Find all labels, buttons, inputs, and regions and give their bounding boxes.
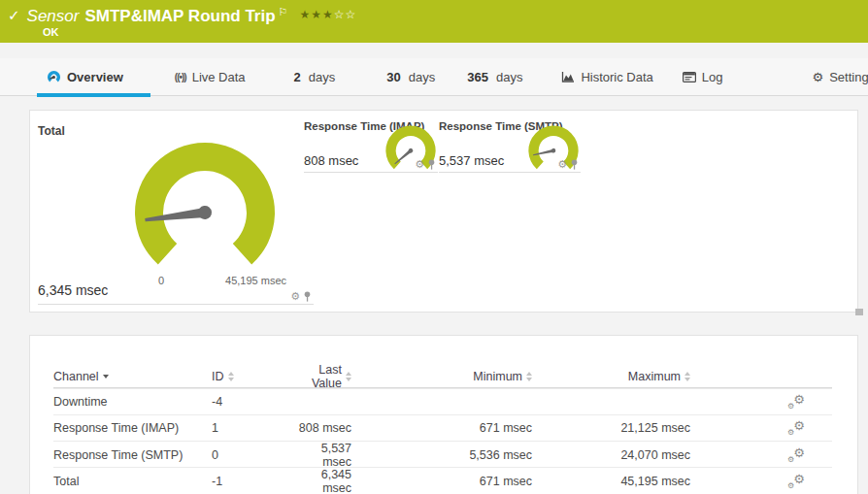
channel-id: 0 <box>212 448 289 462</box>
tab-overview-label: Overview <box>67 70 123 84</box>
smtp-gauge-card: Response Time (SMTP) 5,537 msec ⚙ <box>439 116 581 173</box>
channel-name: Downtime <box>53 395 212 409</box>
channel-maximum: 21,125 msec <box>532 421 690 435</box>
gear-icon: ⚙ <box>793 446 805 460</box>
channel-minimum: 671 msec <box>351 475 532 488</box>
gear-small-icon: ⚙ <box>787 482 794 490</box>
column-header-minimum[interactable]: Minimum <box>351 370 532 383</box>
channel-settings-icon[interactable]: ⚙⚙ <box>787 394 805 410</box>
stars-empty: ☆☆ <box>334 8 357 21</box>
gear-icon: ⚙ <box>793 473 805 486</box>
status-badge: OK <box>43 26 59 38</box>
sort-desc-icon <box>103 375 109 379</box>
tab-365-days[interactable]: 365 days <box>467 58 522 96</box>
channel-last-value: 808 msec <box>289 421 351 435</box>
column-header-last-value[interactable]: Last Value <box>289 363 351 390</box>
tab-2-days-label: days <box>309 70 335 84</box>
table-row: Total -1 6,345 msec 671 msec 45,195 msec… <box>53 467 832 493</box>
channel-settings-icon[interactable]: ⚙⚙ <box>787 447 805 463</box>
column-header-last-value-label: Last Value <box>289 363 342 390</box>
tab-live-data[interactable]: ((•)) Live Data <box>175 58 246 96</box>
tab-bar: Overview ((•)) Live Data 2 days 30 days … <box>0 58 868 96</box>
channel-last-value: 5,537 msec <box>289 442 351 469</box>
gauge-settings-gear-icon[interactable]: ⚙ <box>557 159 567 170</box>
imap-gauge-card: Response Time (IMAP) 808 msec ⚙ <box>304 116 438 173</box>
total-gauge-card: Total 0 45,195 msec 6,345 msec ⚙ <box>38 116 314 305</box>
column-header-id-label: ID <box>212 370 224 383</box>
sort-icon <box>684 372 690 381</box>
gear-icon: ⚙ <box>813 71 824 83</box>
tab-2-days-number: 2 <box>294 70 301 84</box>
gauges-panel: Total 0 45,195 msec 6,345 msec ⚙ Respons… <box>29 110 858 313</box>
table-row: Response Time (SMTP) 0 5,537 msec 5,536 … <box>53 441 832 467</box>
tab-30-days[interactable]: 30 days <box>386 58 435 96</box>
pin-icon[interactable] <box>303 291 312 302</box>
channel-id: -4 <box>212 395 289 409</box>
gear-icon: ⚙ <box>793 419 805 433</box>
channel-name: Total <box>53 475 212 488</box>
channel-maximum: 45,195 msec <box>532 475 690 488</box>
channel-name: Response Time (SMTP) <box>53 448 212 462</box>
gauge-settings-gear-icon[interactable]: ⚙ <box>415 159 424 170</box>
panel-splitter-grip[interactable] <box>855 309 863 315</box>
channel-last-value: 6,345 msec <box>289 468 351 494</box>
log-icon <box>683 72 696 82</box>
total-gauge-value: 6,345 msec <box>38 282 108 298</box>
gear-small-icon: ⚙ <box>787 403 794 411</box>
tab-365-days-label: days <box>496 70 522 84</box>
gear-icon: ⚙ <box>793 393 805 407</box>
column-header-channel[interactable]: Channel <box>53 370 212 383</box>
sensor-title: SMTP&IMAP Round Trip <box>84 6 275 27</box>
tab-settings[interactable]: ⚙ Settings <box>813 58 868 96</box>
gauge-settings-gear-icon[interactable]: ⚙ <box>290 291 300 302</box>
tab-overview[interactable]: Overview <box>47 58 123 96</box>
sensor-header: ✓ Sensor SMTP&IMAP Round Trip ⚐ ★★★☆☆ OK <box>0 0 868 43</box>
gauge-scale-max: 45,195 msec <box>225 275 286 286</box>
column-header-channel-label: Channel <box>53 370 99 383</box>
channel-settings-icon[interactable]: ⚙⚙ <box>787 474 805 489</box>
gauge-scale-min: 0 <box>150 275 173 286</box>
tab-30-days-number: 30 <box>386 70 400 84</box>
flag-icon[interactable]: ⚐ <box>279 7 288 17</box>
gear-small-icon: ⚙ <box>787 429 794 437</box>
total-gauge-title: Total <box>38 124 65 138</box>
gauge-icon <box>47 70 61 84</box>
table-header-row: Channel ID Last Value Minimum Maximum <box>53 363 832 388</box>
gear-small-icon: ⚙ <box>787 456 794 464</box>
channel-maximum: 24,070 msec <box>532 448 690 462</box>
channel-minimum: 5,536 msec <box>351 448 532 462</box>
tab-log[interactable]: Log <box>683 58 723 96</box>
tab-365-days-number: 365 <box>467 70 488 84</box>
channel-minimum: 671 msec <box>351 421 532 435</box>
status-ok-check-icon: ✓ <box>8 6 20 25</box>
table-row: Downtime -4 ⚙⚙ <box>53 388 832 414</box>
tab-live-data-label: Live Data <box>192 70 246 84</box>
priority-stars[interactable]: ★★★☆☆ <box>299 8 356 21</box>
channel-settings-icon[interactable]: ⚙⚙ <box>787 420 805 436</box>
channel-id: -1 <box>212 475 289 488</box>
channels-panel: Channel ID Last Value Minimum Maximum <box>29 335 858 494</box>
stars-filled: ★★★ <box>299 8 333 21</box>
tab-historic-data-label: Historic Data <box>581 70 652 84</box>
total-gauge <box>134 142 276 266</box>
tab-2-days[interactable]: 2 days <box>294 58 336 96</box>
smtp-gauge-value: 5,537 msec <box>439 153 504 168</box>
object-kind-label: Sensor <box>27 6 80 27</box>
channels-table: Channel ID Last Value Minimum Maximum <box>53 363 832 493</box>
channel-id: 1 <box>212 421 289 435</box>
column-header-minimum-label: Minimum <box>473 370 522 383</box>
tab-historic-data[interactable]: Historic Data <box>561 58 652 96</box>
table-row: Response Time (IMAP) 1 808 msec 671 msec… <box>53 414 832 441</box>
tab-30-days-label: days <box>409 70 435 84</box>
column-header-maximum[interactable]: Maximum <box>532 370 690 383</box>
column-header-id[interactable]: ID <box>212 370 289 383</box>
column-header-maximum-label: Maximum <box>628 370 681 383</box>
imap-gauge-value: 808 msec <box>304 153 358 168</box>
area-chart-icon <box>561 71 575 83</box>
live-data-icon: ((•)) <box>175 72 186 82</box>
tab-settings-label: Settings <box>829 70 868 84</box>
tab-log-label: Log <box>702 70 723 84</box>
channel-name: Response Time (IMAP) <box>53 421 212 435</box>
pin-icon[interactable] <box>427 159 436 170</box>
pin-icon[interactable] <box>570 159 579 170</box>
